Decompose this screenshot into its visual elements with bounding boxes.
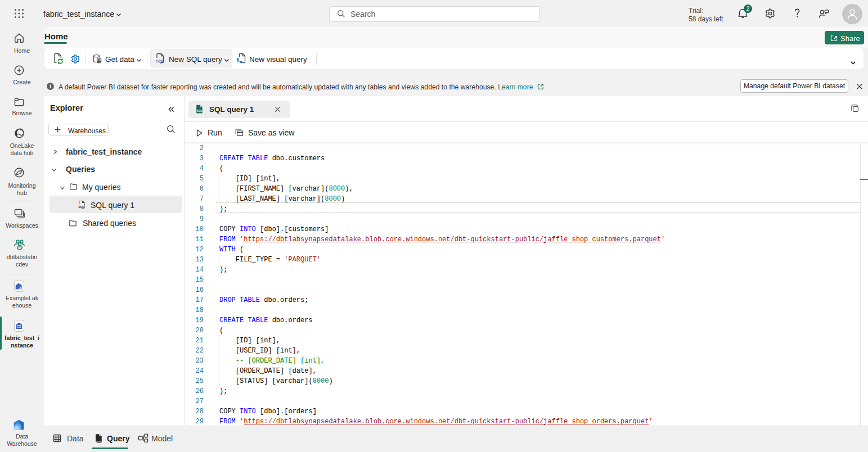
svg-text:SQL: SQL xyxy=(78,205,85,209)
svg-text:SQL: SQL xyxy=(156,59,164,64)
svg-text:SQL: SQL xyxy=(197,110,203,112)
